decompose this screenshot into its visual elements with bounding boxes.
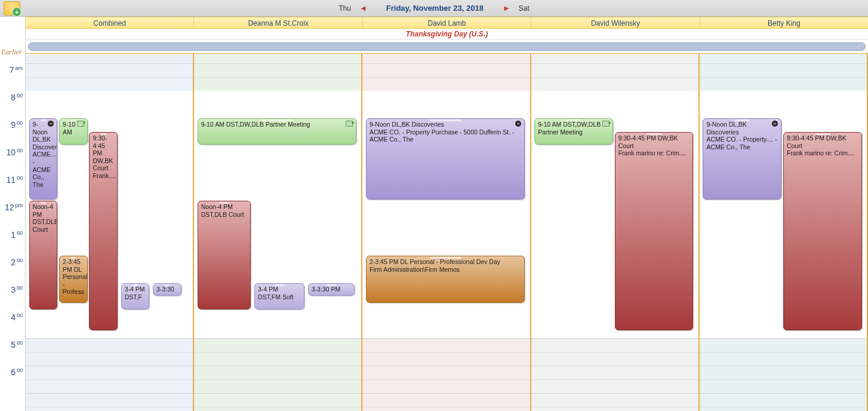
appt-title: 9-Noon DL,BK Discoveries bbox=[706, 121, 778, 136]
appt-subtitle: ACME CO. - Property.... - ACME Co., The bbox=[706, 136, 778, 151]
appt-subtitle: ACME CO. - Property Purchase - 5000 Duff… bbox=[370, 128, 521, 143]
appt-text: 3-3:30 PM bbox=[312, 286, 340, 293]
top-nav-bar: Thu ◄ Friday, November 23, 2018 ► Sat bbox=[0, 0, 868, 17]
appt-personal-dl[interactable]: 2-3:45 PM DL Personal - Professional Dev… bbox=[366, 256, 525, 303]
appt-text: Noon-4 PM DST,DLB Court bbox=[33, 203, 58, 233]
appt-partner-d[interactable]: 9-10 AM DST,DW,DLB Partner Meeting bbox=[198, 118, 356, 145]
appt-text: 3-4 PM DST,FM Soft bbox=[258, 286, 294, 300]
hour-label: 900 bbox=[0, 120, 23, 130]
appt-title: 9:30-4:45 PM DW,BK Court bbox=[618, 134, 690, 149]
appt-title: 2-3:45 PM DL Personal - Professional Dev… bbox=[370, 258, 521, 266]
hour-label: 300 bbox=[0, 285, 23, 295]
hour-label: 1100 bbox=[0, 175, 23, 185]
prev-day-label: Thu bbox=[338, 4, 351, 13]
column-header[interactable]: Deanna M St.Croix bbox=[193, 17, 362, 28]
prev-day-arrow[interactable]: ◄ bbox=[357, 4, 370, 13]
hour-label: 500 bbox=[0, 340, 23, 349]
appt-3pm-combined[interactable]: 3-4 PM DST,F bbox=[121, 283, 150, 309]
appt-noon4-d[interactable]: Noon-4 PM DST,DLB Court bbox=[198, 201, 251, 309]
add-icon bbox=[602, 121, 610, 127]
appt-subtitle: Firm Administration\Firm Memos bbox=[370, 266, 521, 274]
appt-court-combined[interactable]: 9:30-4:45 PM DW,BK Court Frank.... bbox=[89, 132, 118, 330]
date-nav: Thu ◄ Friday, November 23, 2018 ► Sat bbox=[338, 4, 530, 13]
appt-discoveries[interactable]: ∞9-Noon DL,BK Discoveries ACME.... - ACM… bbox=[29, 118, 58, 200]
column-header[interactable]: Combined bbox=[26, 17, 193, 28]
calendar-body: CombinedDeanna M St.CroixDavid LambDavid… bbox=[26, 17, 868, 411]
calendar-columns: ∞9-Noon DL,BK Discoveries ACME.... - ACM… bbox=[26, 54, 868, 411]
recurrence-icon: ∞ bbox=[48, 121, 54, 127]
earlier-row bbox=[26, 39, 868, 54]
add-appointment-button[interactable] bbox=[4, 1, 20, 16]
appt-3pm-d[interactable]: 3-4 PM DST,FM Soft bbox=[254, 283, 304, 309]
calendar-column[interactable]: ∞9-Noon DL,BK DiscoveriesACME CO. - Prop… bbox=[700, 54, 868, 411]
appt-title: 9:30-4:45 PM DW,BK Court bbox=[787, 134, 858, 149]
hour-label: 600 bbox=[0, 367, 23, 377]
hour-label: 12pm bbox=[0, 203, 23, 212]
hour-label: 200 bbox=[0, 257, 23, 267]
column-header[interactable]: Betty King bbox=[700, 17, 868, 28]
appt-title: 9-Noon DL,BK Discoveries bbox=[370, 121, 521, 128]
appt-text: 9-10 AM DST,DW,DLB Partner Meeting bbox=[201, 121, 310, 128]
hour-label: 100 bbox=[0, 230, 23, 240]
appt-text: 3-4 PM DST,F bbox=[125, 286, 145, 300]
next-day-arrow[interactable]: ► bbox=[500, 4, 513, 13]
appt-text: 9:30-4:45 PM DW,BK Court Frank.... bbox=[93, 134, 116, 179]
appt-subtitle: Frank marino re: Crim.... bbox=[787, 149, 858, 157]
current-date[interactable]: Friday, November 23, 2018 bbox=[375, 4, 494, 13]
appt-text: 9-Noon DL,BK Discoveries ACME.... - ACME… bbox=[33, 121, 58, 188]
appt-text: Noon-4 PM DST,DLB Court bbox=[201, 203, 244, 218]
holiday-row: Thanksgiving Day (U.S.) bbox=[26, 29, 868, 39]
appt-subtitle: Frank marino re: Crim.... bbox=[618, 149, 690, 157]
column-header[interactable]: David Lamb bbox=[362, 17, 531, 28]
appt-personal-combined[interactable]: 2-3:45 PM DL Personal - Profess bbox=[59, 256, 88, 303]
add-icon bbox=[346, 121, 353, 127]
calendar-column[interactable]: ∞9-Noon DL,BK DiscoveriesACME CO. - Prop… bbox=[362, 54, 531, 411]
appt-330-combined[interactable]: 3-3:30 bbox=[153, 283, 181, 296]
next-day-label: Sat bbox=[519, 4, 530, 13]
calendar-grid: Earlier 7am8009001000110012pm10020030040… bbox=[0, 17, 868, 411]
appt-text: 9-10 AM bbox=[63, 121, 75, 136]
hour-label: 7am bbox=[0, 65, 23, 75]
calendar-column[interactable]: 9-10 AM DST,DW,DLB Partner MeetingNoon-4… bbox=[194, 54, 362, 411]
column-header[interactable]: David Wilensky bbox=[531, 17, 699, 28]
calendar-column[interactable]: 9-10 AM DST,DW,DLB Partner Meeting9:30-4… bbox=[531, 54, 700, 411]
appt-330-d[interactable]: 3-3:30 PM bbox=[308, 283, 355, 296]
time-column: Earlier 7am8009001000110012pm10020030040… bbox=[0, 17, 26, 411]
hour-label: 400 bbox=[0, 312, 23, 322]
earlier-strip[interactable] bbox=[28, 42, 866, 51]
appt-court-bk[interactable]: 9:30-4:45 PM DW,BK CourtFrank marino re:… bbox=[783, 132, 862, 330]
appt-partner-dw[interactable]: 9-10 AM DST,DW,DLB Partner Meeting bbox=[534, 118, 613, 145]
appt-text: 3-3:30 bbox=[156, 286, 174, 293]
appt-court-dw[interactable]: 9:30-4:45 PM DW,BK CourtFrank marino re:… bbox=[615, 132, 694, 330]
earlier-label[interactable]: Earlier bbox=[1, 48, 22, 57]
appt-discoveries-dl[interactable]: ∞9-Noon DL,BK DiscoveriesACME CO. - Prop… bbox=[366, 118, 525, 200]
column-headers: CombinedDeanna M St.CroixDavid LambDavid… bbox=[26, 17, 868, 29]
add-icon bbox=[77, 121, 84, 127]
appt-text: 9-10 AM DST,DW,DLB Partner Meeting bbox=[538, 121, 601, 136]
hour-label: 1000 bbox=[0, 148, 23, 157]
appt-discoveries-bk[interactable]: ∞9-Noon DL,BK DiscoveriesACME CO. - Prop… bbox=[703, 118, 781, 200]
appt-noon4-combined[interactable]: Noon-4 PM DST,DLB Court bbox=[29, 201, 58, 309]
calendar-column[interactable]: ∞9-Noon DL,BK Discoveries ACME.... - ACM… bbox=[26, 54, 194, 411]
hour-label: 800 bbox=[0, 93, 23, 102]
appt-9am[interactable]: 9-10 AM bbox=[59, 118, 88, 145]
appt-text: 2-3:45 PM DL Personal - Profess bbox=[63, 258, 87, 295]
